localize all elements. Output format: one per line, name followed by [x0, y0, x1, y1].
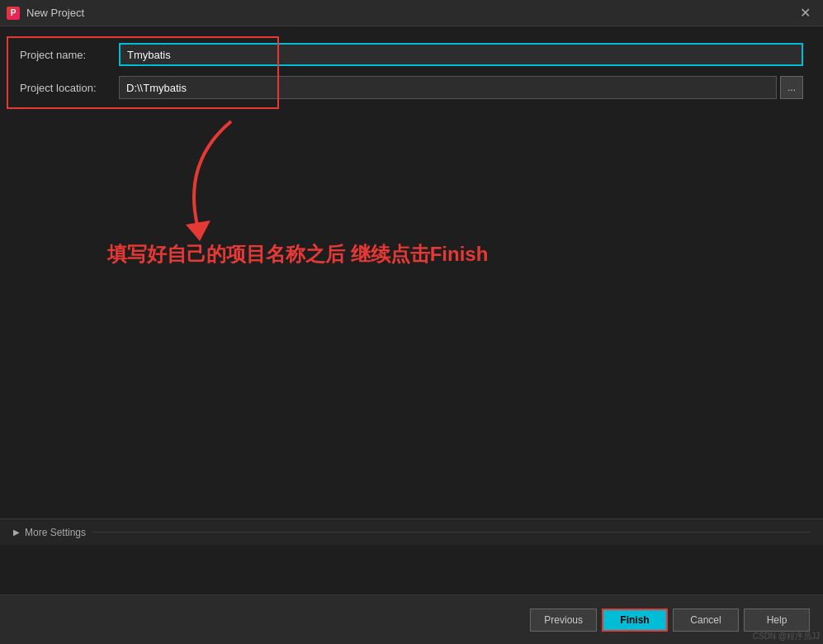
- project-name-group: Project name:: [20, 43, 803, 66]
- button-bar: Previous Finish Cancel Help: [0, 594, 823, 644]
- chinese-annotation: 填写好自己的项目名称之后 继续点击Finish: [107, 241, 488, 268]
- help-button[interactable]: Help: [744, 608, 810, 632]
- project-name-label: Project name:: [20, 49, 119, 61]
- project-location-input[interactable]: [119, 76, 777, 99]
- more-settings-expand-icon: ▶: [13, 528, 20, 537]
- more-settings-bar[interactable]: ▶ More Settings: [0, 519, 823, 545]
- dialog-content: Project name: Project location: ... 填写好自…: [0, 26, 823, 594]
- svg-marker-0: [186, 220, 210, 241]
- app-icon: P: [7, 7, 20, 20]
- arrow-annotation: [165, 113, 264, 249]
- dialog-title: New Project: [26, 7, 793, 19]
- project-name-input[interactable]: [119, 43, 803, 66]
- more-settings-divider: [92, 532, 810, 533]
- cancel-button[interactable]: Cancel: [673, 608, 739, 632]
- browse-button[interactable]: ...: [780, 76, 803, 99]
- project-location-group: Project location: ...: [20, 76, 803, 99]
- project-name-input-wrapper: [119, 43, 803, 66]
- project-location-label: Project location:: [20, 82, 119, 94]
- finish-button[interactable]: Finish: [602, 608, 668, 632]
- previous-button[interactable]: Previous: [530, 608, 597, 632]
- title-bar: P New Project ✕: [0, 0, 823, 26]
- watermark: CSDN @程序员JJ: [750, 629, 823, 644]
- more-settings-label: More Settings: [25, 527, 86, 538]
- close-button[interactable]: ✕: [793, 2, 816, 25]
